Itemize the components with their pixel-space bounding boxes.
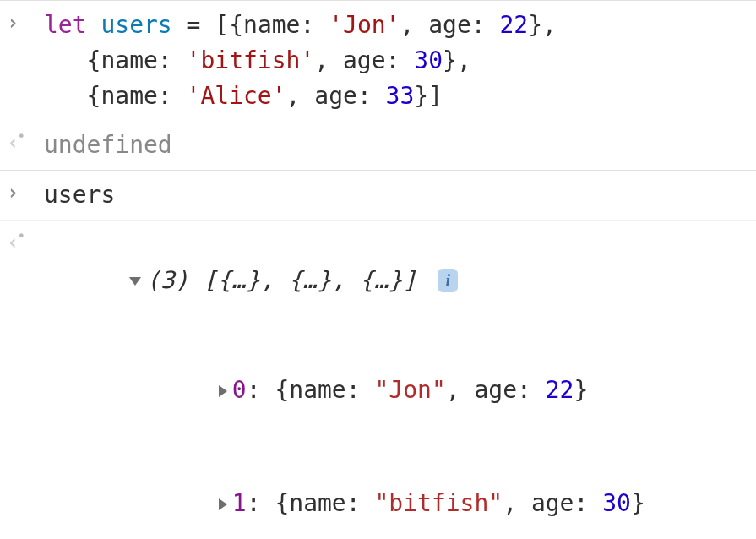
index-label: 1 [232, 489, 247, 517]
output-prompt-icon: ‹• [7, 128, 44, 155]
input-line-2: {name: 'bitfish', age: 30}, [44, 43, 746, 79]
info-icon[interactable]: i [438, 269, 458, 292]
output-prompt-icon: ‹• [7, 227, 44, 254]
array-item-row[interactable]: 0: {name: "Jon", age: 22} [105, 334, 746, 447]
array-preview: [{…}, {…}, {…}] [189, 266, 432, 294]
collapse-icon[interactable] [129, 277, 141, 286]
array-summary-line[interactable]: (3) [{…}, {…}, {…}] i [44, 227, 746, 334]
expand-icon[interactable] [219, 385, 227, 397]
input-line-1: let users = [{name: 'Jon', age: 22}, [44, 8, 746, 43]
console-output-row-array: ‹• (3) [{…}, {…}, {…}] i 0: {name: "Jon"… [0, 220, 756, 539]
undefined-value: undefined [44, 131, 172, 159]
array-length-summary: (3) [146, 266, 189, 294]
expand-icon[interactable] [219, 498, 227, 510]
input-line-3: {name: 'Alice', age: 33}] [44, 79, 746, 114]
input-prompt-icon: › [7, 8, 44, 35]
input-expression: users [44, 181, 115, 209]
input-code-block[interactable]: users [44, 177, 746, 213]
console-output-row-undefined: ‹• undefined [0, 121, 756, 170]
console-input-row-2: › users [0, 170, 756, 220]
index-label: 0 [232, 376, 247, 404]
console-input-row-1: › let users = [{name: 'Jon', age: 22}, {… [0, 0, 756, 121]
input-code-block[interactable]: let users = [{name: 'Jon', age: 22}, {na… [44, 8, 746, 114]
array-item-row[interactable]: 1: {name: "bitfish", age: 30} [105, 447, 746, 539]
input-prompt-icon: › [7, 177, 44, 204]
